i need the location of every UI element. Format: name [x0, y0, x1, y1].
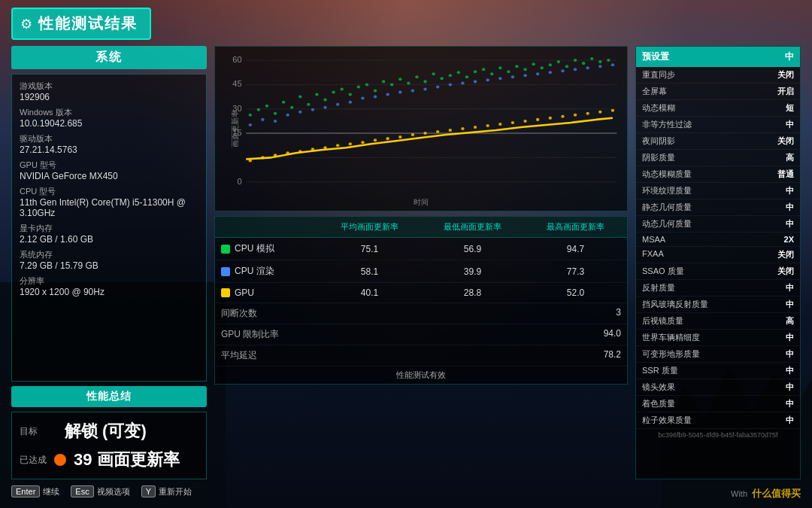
key-hint: Enter 继续 — [11, 485, 59, 497]
svg-text:60: 60 — [232, 56, 241, 64]
svg-point-51 — [574, 59, 577, 62]
svg-text:45: 45 — [232, 80, 241, 88]
chart-y-label: 画面更新率 — [230, 110, 241, 148]
legend-dot — [221, 267, 230, 276]
setting-label: MSAA — [642, 235, 784, 244]
svg-point-83 — [586, 66, 589, 69]
list-item: 静态几何质量 中 — [636, 199, 800, 216]
key-box[interactable]: Enter — [11, 485, 40, 497]
svg-point-48 — [549, 63, 552, 66]
list-item: 非等方性过滤 中 — [636, 117, 800, 133]
svg-point-54 — [598, 60, 601, 63]
svg-point-109 — [536, 118, 539, 121]
extra-row: 间断次数 3 — [215, 303, 627, 324]
left-panel: 系统 游戏版本192906Windows 版本10.0.19042.685驱动版… — [11, 46, 207, 479]
svg-point-36 — [449, 74, 452, 77]
setting-value: 关闭 — [777, 135, 794, 147]
list-item: 粒子效果质量 中 — [636, 412, 800, 429]
list-item: 镜头效果 中 — [636, 379, 800, 396]
svg-point-17 — [290, 106, 293, 109]
info-label: Windows 版本 — [20, 107, 198, 118]
svg-point-22 — [332, 91, 335, 94]
svg-point-70 — [423, 87, 426, 90]
stats-max: 77.3 — [524, 260, 627, 282]
key-box[interactable]: Y — [141, 485, 156, 497]
gear-icon: ⚙ — [20, 16, 32, 32]
svg-point-66 — [374, 96, 377, 99]
svg-point-95 — [361, 141, 364, 144]
extra-row: 平均延迟 78.2 — [215, 345, 627, 367]
settings-hash: bc396fb9-5045-4fd9-b45f-faba3570d75f — [636, 429, 800, 441]
svg-point-94 — [349, 142, 352, 145]
stats-avg: 40.1 — [318, 283, 421, 303]
extra-label: 平均延迟 — [215, 345, 421, 366]
list-item: SSR 质量 中 — [636, 363, 800, 379]
settings-header-value: 中 — [785, 50, 794, 63]
setting-label: 反射质量 — [642, 282, 786, 294]
svg-point-101 — [436, 130, 439, 133]
setting-value: 中 — [786, 398, 794, 409]
stats-min: 39.9 — [421, 260, 524, 282]
svg-point-73 — [461, 81, 464, 84]
info-label: 游戏版本 — [20, 81, 198, 92]
svg-point-110 — [549, 117, 552, 120]
setting-label: 动态几何质量 — [642, 218, 786, 230]
info-value: 192906 — [20, 92, 198, 102]
svg-point-35 — [440, 77, 443, 80]
col-header-max: 最高画面更新率 — [524, 217, 627, 237]
svg-point-65 — [361, 97, 364, 100]
col-header-avg: 平均画面更新率 — [318, 217, 421, 237]
setting-label: 非等方性过滤 — [642, 119, 786, 130]
svg-point-76 — [498, 77, 501, 80]
svg-point-45 — [523, 68, 526, 71]
info-label: 系统内存 — [20, 249, 198, 260]
list-item: 动态几何质量 中 — [636, 216, 800, 233]
svg-point-79 — [536, 72, 539, 75]
svg-point-50 — [565, 65, 568, 68]
svg-point-106 — [498, 123, 501, 126]
svg-point-26 — [365, 83, 368, 86]
achieved-value: 39 画面更新率 — [74, 449, 180, 471]
svg-point-23 — [340, 87, 343, 90]
info-value: 10.0.19042.685 — [20, 118, 198, 129]
key-box[interactable]: Esc — [71, 485, 93, 497]
perf-summary-header: 性能总结 — [11, 386, 207, 407]
svg-point-90 — [298, 150, 301, 153]
info-label: CPU 型号 — [20, 186, 198, 197]
svg-point-64 — [349, 101, 352, 104]
settings-header: 预设置 中 — [636, 47, 800, 67]
setting-value: 中 — [786, 119, 794, 130]
info-value: NVIDIA GeForce MX450 — [20, 171, 198, 181]
setting-label: 着色质量 — [642, 398, 786, 409]
svg-point-81 — [561, 69, 564, 72]
svg-point-20 — [315, 93, 318, 96]
setting-value: 高 — [786, 315, 794, 327]
setting-value: 中 — [786, 382, 794, 393]
info-row: 显卡内存2.12 GB / 1.60 GB — [20, 223, 198, 245]
achieved-label: 已达成 — [20, 454, 47, 467]
setting-value: 高 — [786, 152, 794, 163]
bottom-bar: Enter 继续 Esc 视频选项 Y 重新开始 — [11, 482, 801, 500]
list-item: 后视镜质量 高 — [636, 313, 800, 330]
list-item: FXAA 关闭 — [636, 247, 800, 263]
chart-svg: 60 45 30 15 0 — [221, 53, 621, 205]
setting-value: 短 — [786, 102, 794, 114]
setting-value: 中 — [786, 332, 794, 343]
svg-point-78 — [523, 74, 526, 77]
list-item: MSAA 2X — [636, 233, 800, 247]
svg-point-111 — [561, 115, 564, 118]
perf-valid-text: 性能测试有效 — [215, 367, 627, 384]
svg-point-37 — [457, 71, 460, 74]
stats-min: 28.8 — [421, 283, 524, 303]
svg-point-75 — [486, 78, 489, 81]
stats-avg: 58.1 — [318, 260, 421, 282]
svg-point-93 — [336, 144, 339, 147]
svg-point-115 — [611, 109, 614, 112]
goal-label: 目标 — [20, 425, 50, 438]
svg-point-16 — [282, 101, 285, 104]
setting-value: 中 — [786, 185, 794, 196]
svg-point-107 — [511, 121, 514, 124]
info-row: 游戏版本192906 — [20, 81, 198, 102]
info-label: 驱动版本 — [20, 133, 198, 144]
info-value: 27.21.14.5763 — [20, 144, 198, 155]
